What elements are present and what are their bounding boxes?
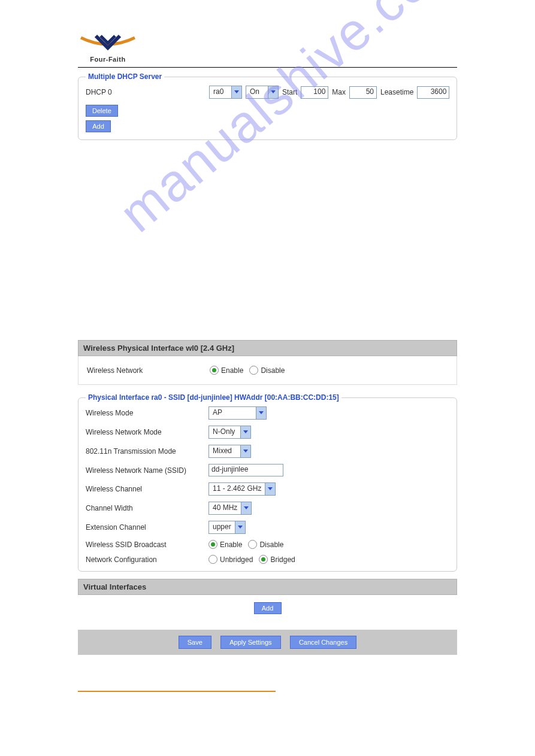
channel-select[interactable]: 11 - 2.462 GHz bbox=[208, 482, 276, 496]
brand-logo: Four-Faith bbox=[78, 33, 144, 66]
radio-icon bbox=[208, 540, 217, 549]
network-mode-value: N-Only bbox=[209, 426, 240, 438]
dhcp-lease-label: Leasetime bbox=[380, 88, 413, 96]
chevron-down-icon bbox=[240, 426, 250, 438]
channel-value: 11 - 2.462 GHz bbox=[209, 483, 265, 495]
netcfg-unbridged-text: Unbridged bbox=[220, 555, 253, 564]
ssid-input[interactable]: dd-junjinlee bbox=[208, 464, 283, 476]
chevron-down-icon bbox=[241, 502, 251, 514]
dhcp-start-label: Start bbox=[282, 88, 297, 96]
dhcp-max-label: Max bbox=[332, 88, 346, 96]
netcfg-unbridged-radio[interactable]: Unbridged bbox=[208, 555, 253, 564]
dhcp-lease-input[interactable]: 3600 bbox=[417, 86, 449, 99]
wl0-enable-text: Enable bbox=[221, 366, 243, 375]
chevron-down-icon bbox=[268, 86, 278, 98]
dhcp-iface-select[interactable]: ra0 bbox=[209, 86, 242, 99]
dhcp-start-input[interactable]: 100 bbox=[301, 86, 328, 99]
dhcp-name: DHCP 0 bbox=[86, 88, 205, 96]
ext-channel-value: upper bbox=[209, 521, 235, 533]
radio-icon bbox=[208, 555, 217, 564]
virtual-add-button[interactable]: Add bbox=[254, 602, 282, 614]
ssid-broadcast-label: Wireless SSID Broadcast bbox=[86, 541, 208, 549]
network-mode-label: Wireless Network Mode bbox=[86, 428, 208, 436]
chevron-down-icon bbox=[265, 483, 275, 495]
dhcp-state-select[interactable]: On bbox=[246, 86, 279, 99]
wl0-section-bar: Wireless Physical Interface wl0 [2.4 GHz… bbox=[78, 340, 457, 356]
broadcast-enable-text: Enable bbox=[220, 541, 242, 549]
footer-bar: Save Apply Settings Cancel Changes bbox=[78, 630, 457, 655]
wireless-mode-select[interactable]: AP bbox=[208, 406, 267, 420]
ssid-label: Wireless Network Name (SSID) bbox=[86, 466, 208, 475]
dhcp-iface-value: ra0 bbox=[210, 86, 231, 98]
radio-icon bbox=[210, 366, 219, 375]
wl0-panel: Wireless Network Enable Disable bbox=[78, 356, 457, 385]
apply-button[interactable]: Apply Settings bbox=[220, 636, 280, 649]
channel-label: Wireless Channel bbox=[86, 485, 208, 493]
brand-name: Four-Faith bbox=[78, 56, 138, 63]
network-mode-select[interactable]: N-Only bbox=[208, 426, 251, 439]
phys-fieldset: Physical Interface ra0 - SSID [dd-junjin… bbox=[78, 393, 457, 572]
width-label: Channel Width bbox=[86, 504, 208, 512]
dhcp-add-button[interactable]: Add bbox=[86, 120, 111, 132]
netcfg-bridged-radio[interactable]: Bridged bbox=[259, 555, 295, 564]
width-value: 40 MHz bbox=[209, 502, 241, 514]
ext-channel-label: Extension Channel bbox=[86, 523, 208, 532]
dhcp-max-input[interactable]: 50 bbox=[349, 86, 377, 99]
chevron-down-icon bbox=[235, 521, 245, 533]
radio-icon bbox=[248, 540, 257, 549]
chevron-down-icon bbox=[256, 407, 266, 419]
cancel-button[interactable]: Cancel Changes bbox=[290, 636, 356, 649]
virtual-section-bar: Virtual Interfaces bbox=[78, 579, 457, 595]
wireless-mode-value: AP bbox=[209, 407, 256, 419]
radio-icon bbox=[249, 366, 258, 375]
broadcast-disable-text: Disable bbox=[259, 541, 283, 549]
netcfg-label: Network Configuration bbox=[86, 555, 208, 564]
wl0-disable-text: Disable bbox=[261, 366, 285, 375]
virtual-panel: Add bbox=[78, 595, 457, 621]
dhcp-delete-button[interactable]: Delete bbox=[86, 105, 118, 117]
chevron-down-icon bbox=[231, 86, 241, 98]
dhcp-legend: Multiple DHCP Server bbox=[86, 72, 164, 81]
radio-icon bbox=[259, 555, 268, 564]
dhcp-fieldset: Multiple DHCP Server DHCP 0 ra0 On Start… bbox=[78, 72, 457, 140]
broadcast-enable-radio[interactable]: Enable bbox=[208, 540, 242, 549]
tx-mode-select[interactable]: Mixed bbox=[208, 445, 251, 458]
footer-divider bbox=[78, 691, 276, 692]
wl0-enable-radio[interactable]: Enable bbox=[210, 366, 243, 375]
tx-mode-value: Mixed bbox=[209, 445, 240, 457]
phys-legend: Physical Interface ra0 - SSID [dd-junjin… bbox=[86, 393, 341, 402]
chevron-down-icon bbox=[240, 445, 250, 457]
header-logo-row: Four-Faith bbox=[78, 33, 457, 68]
wl0-disable-radio[interactable]: Disable bbox=[249, 366, 285, 375]
ext-channel-select[interactable]: upper bbox=[208, 521, 246, 534]
width-select[interactable]: 40 MHz bbox=[208, 502, 252, 515]
dhcp-row: DHCP 0 ra0 On Start 100 Max 50 Leasetime… bbox=[86, 86, 449, 99]
dhcp-state-value: On bbox=[246, 86, 268, 98]
netcfg-bridged-text: Bridged bbox=[270, 555, 295, 564]
tx-mode-label: 802.11n Transmission Mode bbox=[86, 447, 208, 456]
broadcast-disable-radio[interactable]: Disable bbox=[248, 540, 283, 549]
wl0-network-label: Wireless Network bbox=[87, 366, 210, 375]
wireless-mode-label: Wireless Mode bbox=[86, 409, 208, 417]
save-button[interactable]: Save bbox=[179, 636, 211, 649]
four-faith-icon bbox=[78, 33, 138, 56]
